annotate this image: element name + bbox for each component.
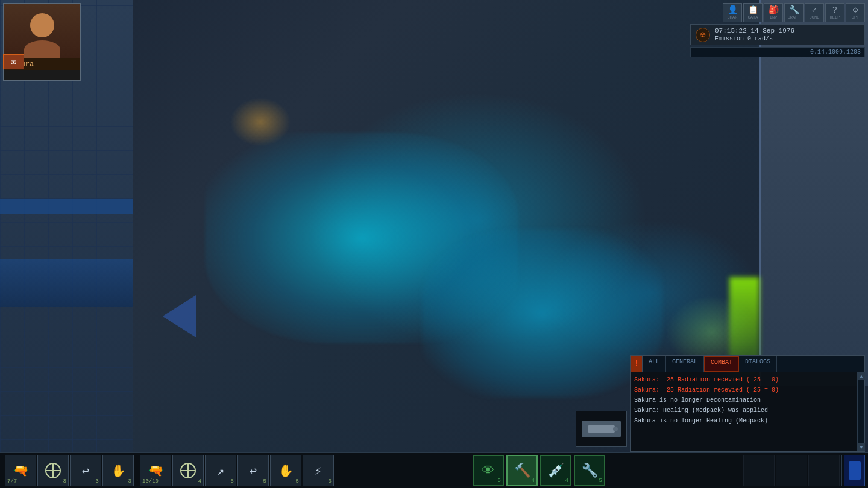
char-icon: 👤 [728,6,738,14]
secondary-act1-count: 5 [231,478,234,484]
primary-ammo: 7/7 [7,478,17,484]
inv-label: INV [770,15,778,20]
opt-icon: ⚙ [853,6,858,14]
hammer-icon: 🔨 [514,463,530,479]
glowing-pool-right [422,229,663,398]
log-content: Sakura: -25 Radiation recevied (-25 = 0)… [631,372,864,452]
floor-arrow [163,295,196,337]
medic-icon: 💉 [548,463,564,479]
time-display: 07:15:22 14 Sep 1976 [715,27,794,34]
help-label: HELP [830,15,840,20]
craft-label: CRAFT [787,15,800,20]
center-btn-hammer[interactable]: 🔨 4 [506,455,538,486]
log-tabs: ! ALL GENERAL COMBAT DIALOGS [631,356,864,372]
aim-icon [45,463,61,478]
secondary-act2-icon: ↩ [250,463,257,478]
tool-count: 5 [599,478,602,484]
move-count: 3 [96,478,99,484]
portrait-face [4,4,80,58]
item-icon [582,421,621,437]
log-tab-general[interactable]: GENERAL [666,356,704,372]
done-button[interactable]: ✓ DONE [805,3,824,22]
radiation-icon: ☢ [696,28,710,42]
center-btn-medic[interactable]: 💉 4 [540,455,571,486]
scope-shape [613,427,618,431]
secondary-act2-count: 5 [263,478,266,484]
end-turn-button[interactable] [844,455,865,486]
char-button[interactable]: 👤 CHAR [723,3,742,22]
weapon-mode-move[interactable]: ↩ 3 [70,455,101,486]
craft-icon: 🔧 [789,6,799,14]
inv-button[interactable]: 🎒 INV [764,3,783,22]
cata-button[interactable]: 📋 CATA [743,3,763,22]
hand-count: 3 [128,478,131,484]
aim-count: 3 [63,478,66,484]
log-entry-4: Sakura is no longer Healing (Medpack) [634,416,861,426]
medic-count: 4 [565,478,568,484]
weapon-mode-hand[interactable]: ✋ 3 [102,455,134,486]
hud-button-row: 👤 CHAR 📋 CATA 🎒 INV 🔧 CRAFT ✓ DONE ? HEL… [690,3,865,22]
log-scrollbar[interactable]: ▲ ▼ [857,372,864,451]
primary-weapon-icon: 🔫 [13,463,28,478]
primary-weapon-group: 🔫 7/7 3 ↩ 3 ✋ 3 [3,455,136,486]
secondary-act4-icon: ⚡ [315,463,322,478]
secondary-act1-icon: ↗ [217,463,224,478]
secondary-act4-count: 3 [329,478,332,484]
item-preview-panel [576,411,627,447]
floor-stripe-2 [0,259,133,307]
log-entry-2: Sakura is no longer Decontamination [634,395,861,405]
empty-slot-2[interactable] [776,455,807,486]
help-button[interactable]: ? HELP [825,3,844,22]
empty-slot-1[interactable] [743,455,775,486]
log-entry-3: Sakura: Healing (Medpack) was applied [634,405,861,416]
coordinates-display: 0.14.1009.1203 [690,47,865,57]
log-tab-combat[interactable]: COMBAT [704,356,739,372]
help-icon: ? [832,6,837,14]
empty-slot-3[interactable] [808,455,840,486]
weapon-mode-aim[interactable]: 3 [37,455,69,486]
end-turn-icon [849,461,861,480]
move-shoot-icon: ↩ [82,463,89,478]
craft-button[interactable]: 🔧 CRAFT [784,3,804,22]
time-radiation-panel: ☢ 07:15:22 14 Sep 1976 Emission 0 rad/s [690,24,865,45]
weapon-slot-primary[interactable]: 🔫 7/7 [5,455,36,486]
top-right-hud: 👤 CHAR 📋 CATA 🎒 INV 🔧 CRAFT ✓ DONE ? HEL… [690,3,865,57]
secondary-aim-icon [180,463,196,478]
secondary-aim-count: 4 [198,478,201,484]
secondary-action-2[interactable]: ↩ 5 [237,455,269,486]
log-tab-all[interactable]: ALL [643,356,666,372]
done-icon: ✓ [812,6,817,14]
center-btn-eye[interactable]: 👁 5 [473,455,504,486]
hammer-count: 4 [532,478,535,484]
eye-icon: 👁 [482,463,495,479]
log-alert-icon[interactable]: ! [631,356,643,372]
char-label: CHAR [728,15,738,20]
scroll-up-button[interactable]: ▲ [858,372,865,380]
weapon-shape [588,425,615,433]
secondary-action-1[interactable]: ↗ 5 [205,455,236,486]
character-portrait-panel: Sakura [3,3,81,81]
log-entry-1: Sakura: -25 Radiation recevied (-25 = 0) [634,385,861,395]
secondary-act3-icon: ✋ [278,463,294,478]
wall-right [760,0,868,386]
secondary-action-4[interactable]: ⚡ 3 [303,455,334,486]
opt-button[interactable]: ⚙ OPT [846,3,865,22]
floor-stripe-1 [0,199,133,214]
log-tab-dialogs[interactable]: DIALOGS [739,356,777,372]
center-btn-tool[interactable]: 🔧 5 [574,455,605,486]
cata-label: CATA [748,15,758,20]
weapon-slot-secondary[interactable]: 🔫 10/10 [140,455,171,486]
secondary-weapon-icon: 🔫 [148,463,163,478]
opt-label: OPT [852,15,860,20]
tool-icon: 🔧 [582,463,598,479]
secondary-weapon-group: 🔫 10/10 4 ↗ 5 ↩ 5 ✋ 5 ⚡ 3 [138,455,336,486]
done-label: DONE [810,15,820,20]
cata-icon: 📋 [748,6,758,14]
eye-count: 5 [498,478,501,484]
emission-display: Emission 0 rad/s [715,36,794,42]
secondary-act3-count: 5 [296,478,299,484]
secondary-aim[interactable]: 4 [172,455,204,486]
secondary-action-3[interactable]: ✋ 5 [270,455,301,486]
scroll-down-button[interactable]: ▼ [858,443,865,451]
mail-icon[interactable]: ✉ [3,54,24,69]
